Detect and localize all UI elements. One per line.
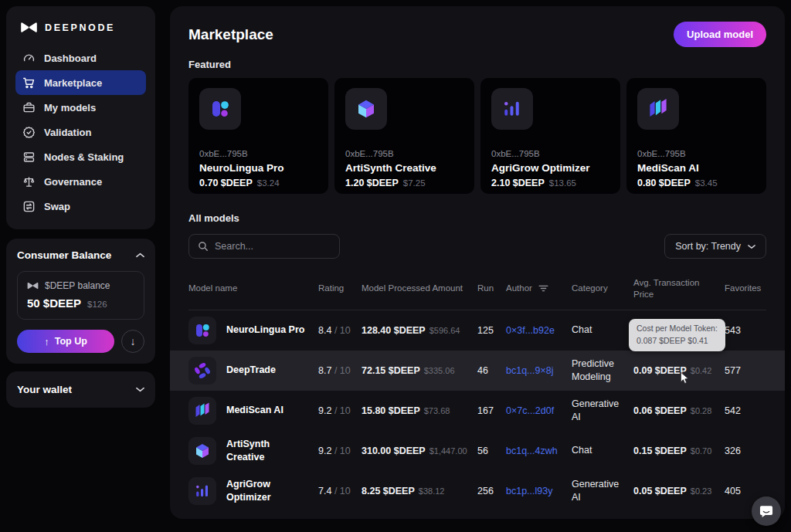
price-deep: 0.09 $DEEP <box>633 365 687 376</box>
card-price-deep: 1.20 $DEEP <box>345 178 399 188</box>
rating-max: / 10 <box>334 446 351 456</box>
cart-icon <box>22 76 36 90</box>
balance-amount: 50 $DEEP <box>27 296 81 310</box>
mouse-pointer-icon <box>680 371 691 385</box>
favorites-count: 577 <box>725 365 766 376</box>
card-address: 0xbE...795B <box>491 149 609 158</box>
withdraw-button[interactable]: ↓ <box>121 330 144 353</box>
featured-cards: 0xbE...795B NeuroLingua Pro 0.70 $DEEP $… <box>188 78 766 194</box>
chevron-down-icon[interactable] <box>136 387 144 392</box>
featured-card-agrigrow[interactable]: 0xbE...795B AgriGrow Optimizer 2.10 $DEE… <box>480 78 620 194</box>
sidebar-item-dashboard[interactable]: Dashboard <box>15 46 146 70</box>
card-price-deep: 0.80 $DEEP <box>637 178 691 188</box>
consumer-balance-title: Consumer Balance <box>17 249 111 261</box>
favorites-count: 326 <box>725 446 766 456</box>
card-price-usd: $13.65 <box>549 178 576 188</box>
chevron-up-icon[interactable] <box>136 252 144 258</box>
price-usd: $0.56 <box>691 326 712 335</box>
price-usd: $0.23 <box>691 486 712 496</box>
col-author: Author <box>506 283 532 294</box>
server-stack-icon <box>22 151 36 164</box>
card-address: 0xbE...795B <box>345 149 463 158</box>
search-icon <box>198 241 209 252</box>
model-name: AgriGrow Optimizer <box>226 478 311 504</box>
top-up-button[interactable]: ↑ Top Up <box>17 330 114 353</box>
sidebar-item-nodes-staking[interactable]: Nodes & Staking <box>15 144 146 169</box>
mediscan-model-icon <box>188 397 216 425</box>
sort-label: Sort by: Trendy <box>675 241 741 252</box>
card-price-deep: 2.10 $DEEP <box>491 178 545 188</box>
rating-value: 8.4 <box>318 325 331 336</box>
author-link[interactable]: bc1q...9×8j <box>506 365 572 376</box>
table-row-neurolingua[interactable]: NeuroLingua Pro 8.4 / 10 128.40 $DEEP$59… <box>170 310 785 351</box>
table-row-deeptrade[interactable]: DeepTrade 8.7 / 10 72.15 $DEEP$335.06 46… <box>170 351 785 391</box>
table-row-artisynth[interactable]: ArtiSynth Creative 9.2 / 10 310.00 $DEEP… <box>170 431 785 471</box>
mediscan-model-icon <box>637 88 679 130</box>
sidebar-item-label: My models <box>44 102 96 114</box>
rating-max: / 10 <box>334 486 351 496</box>
col-favorites: Favorites <box>725 283 766 294</box>
category: Predictive Modeling <box>572 357 633 384</box>
amount-deep: 8.25 $DEEP <box>362 486 415 496</box>
author-link[interactable]: bc1p...l93y <box>506 486 572 496</box>
sidebar: DEEPNODE Dashboard Marketplace My models… <box>6 6 155 408</box>
featured-card-neurolingua[interactable]: 0xbE...795B NeuroLingua Pro 0.70 $DEEP $… <box>188 78 328 194</box>
deepnode-mini-logo-icon <box>27 282 39 290</box>
neurolingua-model-icon <box>199 88 241 130</box>
run-count: 46 <box>477 365 506 376</box>
col-rating: Rating <box>318 283 362 294</box>
top-up-label: Top Up <box>55 336 87 347</box>
nav-panel: DEEPNODE Dashboard Marketplace My models… <box>6 6 155 229</box>
amount-usd: $335.06 <box>424 366 455 375</box>
author-link[interactable]: bc1q...4zwh <box>506 446 572 456</box>
featured-label: Featured <box>188 59 766 70</box>
sidebar-item-validation[interactable]: Validation <box>15 120 146 144</box>
search-input[interactable] <box>215 241 339 252</box>
table-row-agrigrow[interactable]: AgriGrow Optimizer 7.4 / 10 8.25 $DEEP$3… <box>170 471 785 511</box>
run-count: 256 <box>477 486 506 496</box>
sidebar-item-marketplace[interactable]: Marketplace <box>15 70 146 95</box>
category: Generative AI <box>572 478 633 504</box>
badge-check-icon <box>22 126 36 139</box>
sidebar-item-swap[interactable]: Swap <box>15 194 146 219</box>
author-link[interactable]: 0×7c...2d0f <box>506 405 572 416</box>
card-price-deep: 0.70 $DEEP <box>199 178 253 188</box>
featured-card-mediscan[interactable]: 0xbE...795B MediScan AI 0.80 $DEEP $3.45 <box>626 78 766 194</box>
author-link[interactable]: 0×3f...b92e <box>506 325 572 336</box>
table-row-mediscan[interactable]: MediScan AI 9.2 / 10 15.80 $DEEP$73.68 1… <box>170 391 785 431</box>
price-deep: 0.06 $DEEP <box>633 405 687 416</box>
sidebar-item-governance[interactable]: Governance <box>15 169 146 194</box>
filter-icon[interactable] <box>538 285 548 292</box>
col-avg-price: Avg. Transaction Price <box>633 277 725 300</box>
col-category: Category <box>572 283 633 294</box>
balance-label: $DEEP balance <box>45 280 110 291</box>
neurolingua-model-icon <box>188 317 216 344</box>
upload-model-button[interactable]: Upload model <box>674 22 766 47</box>
sidebar-item-label: Swap <box>44 201 70 212</box>
your-wallet-panel: Your wallet <box>6 371 155 408</box>
main-content: Marketplace Upload model Featured 0xbE..… <box>170 6 785 519</box>
logo-text: DEEPNODE <box>45 22 115 33</box>
chat-launcher-button[interactable] <box>752 496 781 526</box>
amount-usd: $38.12 <box>419 486 445 496</box>
arrow-down-icon: ↓ <box>131 335 136 347</box>
run-count: 56 <box>477 446 506 456</box>
price-usd: $0.42 <box>691 366 712 375</box>
rating-value: 9.2 <box>318 405 331 416</box>
card-price-usd: $3.45 <box>695 178 718 188</box>
amount-usd: $1,447.00 <box>429 446 467 456</box>
scales-icon <box>22 175 36 188</box>
deeptrade-model-icon <box>188 357 216 385</box>
sort-dropdown[interactable]: Sort by: Trendy <box>664 234 766 259</box>
sidebar-item-my-models[interactable]: My models <box>15 95 146 120</box>
featured-card-artisynth[interactable]: 0xbE...795B ArtiSynth Creative 1.20 $DEE… <box>334 78 474 194</box>
favorites-count: 543 <box>725 325 766 336</box>
amount-usd: $73.68 <box>424 406 450 415</box>
rating-max: / 10 <box>334 365 351 376</box>
rating-value: 9.2 <box>318 446 331 456</box>
amount-deep: 128.40 $DEEP <box>362 325 426 336</box>
card-name: ArtiSynth Creative <box>345 162 463 174</box>
consumer-balance-panel: Consumer Balance $DEEP balance 50 $DEEP … <box>6 239 155 364</box>
card-address: 0xbE...795B <box>637 149 755 158</box>
model-name: MediScan AI <box>226 404 283 417</box>
